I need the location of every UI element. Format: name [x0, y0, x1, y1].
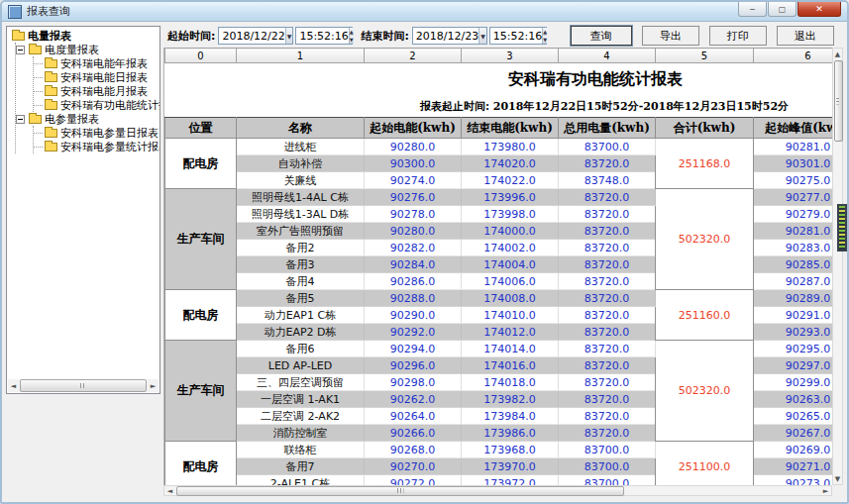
column-number-cell[interactable]: 2 — [365, 49, 462, 63]
end-energy-cell[interactable]: 174014.0 — [462, 341, 559, 357]
name-cell[interactable]: 2-ALE1 C栋 — [237, 475, 365, 486]
start-energy-cell[interactable]: 90282.0 — [365, 240, 462, 256]
start-peak-cell[interactable]: 90271.0 — [754, 458, 833, 475]
end-energy-cell[interactable]: 173986.0 — [462, 425, 559, 442]
name-cell[interactable]: 备用5 — [237, 290, 365, 307]
start-energy-cell[interactable]: 90288.0 — [365, 290, 462, 307]
spinner-up-icon[interactable]: ▲ — [350, 28, 354, 36]
total-usage-cell[interactable]: 83720.0 — [559, 357, 656, 374]
total-usage-cell[interactable]: 83720.0 — [559, 408, 656, 425]
end-energy-cell[interactable]: 173982.0 — [462, 391, 559, 408]
name-cell[interactable]: 联络柜 — [237, 442, 365, 458]
end-energy-cell[interactable]: 174008.0 — [462, 290, 559, 307]
export-button[interactable]: 导出 — [642, 26, 699, 46]
total-usage-cell[interactable]: 83720.0 — [559, 324, 656, 341]
start-energy-cell[interactable]: 90276.0 — [365, 189, 462, 206]
name-cell[interactable]: 室外广告照明预留 — [237, 223, 365, 240]
start-energy-cell[interactable]: 90278.0 — [365, 206, 462, 223]
end-energy-cell[interactable]: 174000.0 — [462, 223, 559, 240]
start-peak-cell[interactable]: 90263.0 — [754, 391, 833, 408]
column-number-cell[interactable]: 6 — [754, 49, 833, 63]
name-cell[interactable]: 备用2 — [237, 240, 365, 256]
end-energy-cell[interactable]: 173980.0 — [462, 139, 559, 155]
start-energy-cell[interactable]: 90296.0 — [365, 357, 462, 374]
end-energy-cell[interactable]: 173998.0 — [462, 206, 559, 223]
total-usage-cell[interactable]: 83700.0 — [559, 458, 656, 475]
sidebar-item-report[interactable]: 安科瑞电能日报表 — [34, 70, 158, 84]
start-energy-cell[interactable]: 90284.0 — [365, 256, 462, 273]
horizontal-scrollbar[interactable]: ◄ ► — [163, 485, 832, 496]
total-usage-cell[interactable]: 83720.0 — [559, 206, 656, 223]
sidebar-item-report[interactable]: 安科瑞电能年报表 — [34, 56, 158, 70]
sidebar-group-1[interactable]: 电参量报表 — [16, 112, 158, 126]
spinner-up-icon[interactable]: ▲ — [543, 28, 547, 36]
end-energy-cell[interactable]: 174020.0 — [462, 155, 559, 172]
start-peak-cell[interactable]: 90281.0 — [754, 223, 833, 240]
start-energy-cell[interactable]: 90268.0 — [365, 442, 462, 458]
column-number-cell[interactable]: 3 — [462, 49, 559, 63]
start-energy-cell[interactable]: 90280.0 — [365, 139, 462, 155]
column-number-cell[interactable]: 0 — [165, 49, 237, 63]
total-usage-cell[interactable]: 83720.0 — [559, 374, 656, 391]
chevron-down-icon[interactable]: ▼ — [478, 28, 486, 44]
total-usage-cell[interactable]: 83700.0 — [559, 442, 656, 458]
name-cell[interactable]: 备用3 — [237, 256, 365, 273]
column-header-cell[interactable]: 总用电量(kwh) — [559, 118, 656, 139]
total-usage-cell[interactable]: 83720.0 — [559, 341, 656, 357]
vertical-scrollbar[interactable]: ▲ ▼ — [832, 48, 843, 485]
total-usage-cell[interactable]: 83720.0 — [559, 240, 656, 256]
vertical-scroll-thumb[interactable] — [834, 60, 843, 142]
column-header-cell[interactable]: 起始电能(kwh) — [365, 118, 462, 139]
sidebar-group-0[interactable]: 电度量报表 — [16, 43, 158, 56]
scroll-right-icon[interactable]: ► — [820, 485, 831, 496]
total-usage-cell[interactable]: 83720.0 — [559, 273, 656, 290]
end-energy-cell[interactable]: 173970.0 — [462, 458, 559, 475]
sidebar-item-report[interactable]: 安科瑞电参量日报表 — [34, 126, 158, 140]
name-cell[interactable]: LED AP-LED — [237, 357, 365, 374]
total-usage-cell[interactable]: 83720.0 — [559, 425, 656, 442]
name-cell[interactable]: 关廉线 — [237, 172, 365, 189]
name-cell[interactable]: 照明母线1-4AL C栋 — [237, 189, 365, 206]
tree-horizontal-scrollbar[interactable]: ◄ ► — [8, 379, 159, 392]
end-date-picker[interactable]: 2018/12/23 ▼ — [412, 27, 487, 45]
start-peak-cell[interactable]: 90279.0 — [754, 206, 833, 223]
start-peak-cell[interactable]: 90277.0 — [754, 189, 833, 206]
total-usage-cell[interactable]: 83720.0 — [559, 189, 656, 206]
horizontal-scroll-thumb[interactable] — [176, 486, 624, 496]
name-cell[interactable]: 备用6 — [237, 341, 365, 357]
total-usage-cell[interactable]: 83720.0 — [559, 223, 656, 240]
end-energy-cell[interactable]: 173984.0 — [462, 408, 559, 425]
collapse-expander-icon[interactable] — [16, 115, 25, 124]
maximize-button[interactable]: ▢ — [768, 2, 796, 17]
column-header-cell[interactable]: 起始峰值(kwh) — [754, 118, 833, 139]
start-date-picker[interactable]: 2018/12/22 ▼ — [218, 27, 293, 45]
name-cell[interactable]: 一层空调 1-AK1 — [237, 391, 365, 408]
start-energy-cell[interactable]: 90286.0 — [365, 273, 462, 290]
start-peak-cell[interactable]: 90299.0 — [754, 374, 833, 391]
sidebar-root-item[interactable]: 电量报表 — [10, 29, 158, 43]
name-cell[interactable]: 动力EAP1 C栋 — [237, 307, 365, 324]
column-header-cell[interactable]: 位置 — [165, 118, 237, 139]
name-cell[interactable]: 三、四层空调预留 — [237, 374, 365, 391]
scroll-right-icon[interactable]: ► — [148, 380, 159, 391]
start-energy-cell[interactable]: 90270.0 — [365, 458, 462, 475]
start-peak-cell[interactable]: 90287.0 — [754, 273, 833, 290]
total-usage-cell[interactable]: 83720.0 — [559, 155, 656, 172]
column-number-cell[interactable]: 1 — [237, 49, 365, 63]
start-energy-cell[interactable]: 90274.0 — [365, 172, 462, 189]
start-peak-cell[interactable]: 90269.0 — [754, 442, 833, 458]
end-energy-cell[interactable]: 174012.0 — [462, 324, 559, 341]
start-peak-cell[interactable]: 90267.0 — [754, 425, 833, 442]
end-energy-cell[interactable]: 173996.0 — [462, 189, 559, 206]
total-usage-cell[interactable]: 83700.0 — [559, 139, 656, 155]
start-energy-cell[interactable]: 90280.0 — [365, 223, 462, 240]
print-button[interactable]: 打印 — [709, 26, 767, 46]
total-usage-cell[interactable]: 83700.0 — [559, 475, 656, 486]
end-energy-cell[interactable]: 174022.0 — [462, 172, 559, 189]
name-cell[interactable]: 自动补偿 — [237, 155, 365, 172]
end-energy-cell[interactable]: 173972.0 — [462, 475, 559, 486]
start-energy-cell[interactable]: 90262.0 — [365, 391, 462, 408]
start-energy-cell[interactable]: 90264.0 — [365, 408, 462, 425]
total-usage-cell[interactable]: 83720.0 — [559, 256, 656, 273]
spinner-down-icon[interactable]: ▼ — [543, 36, 547, 44]
